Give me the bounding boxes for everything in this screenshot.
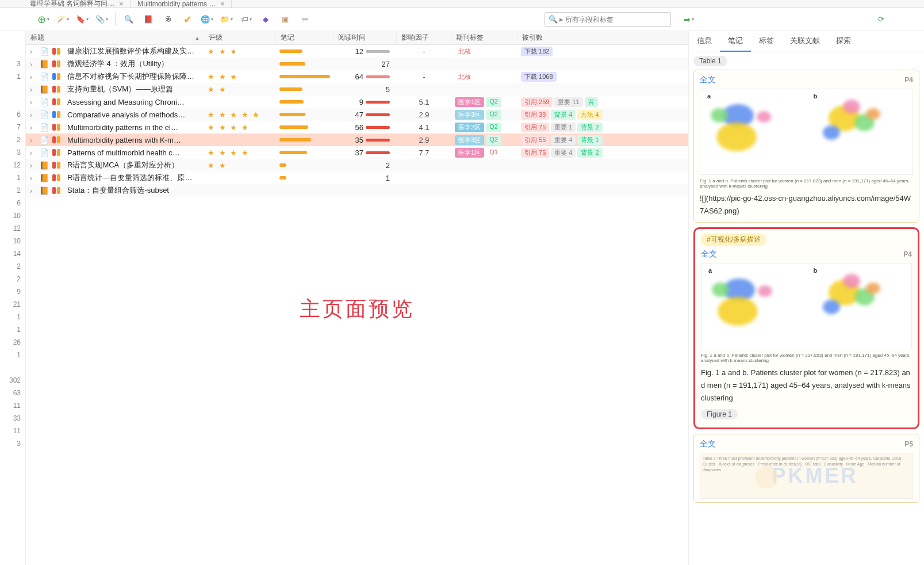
item-journal-tags: 医学3区Q2 <box>451 110 517 120</box>
gutter-count <box>0 96 21 108</box>
col-jtag[interactable]: 期刊标签 <box>451 31 517 44</box>
item-rating[interactable]: ★ ★ ★ ★ <box>204 123 276 132</box>
table-row[interactable]: ›📄Multimorbidity patterns with K-m…352.9… <box>26 133 688 146</box>
branch-icon[interactable]: ⚯ <box>296 12 313 28</box>
expand-icon[interactable]: › <box>26 161 36 170</box>
table-row[interactable]: ›📙R语言统计—自变量筛选的标准、原…1 <box>26 171 688 184</box>
item-read-time: 56 <box>333 123 397 132</box>
gutter-count <box>0 83 21 96</box>
item-rating[interactable]: ★ ★ ★ ★ ★ <box>204 110 276 119</box>
item-title: 支持向量机（SVM）——原理篇 <box>64 84 204 94</box>
right-tab-0[interactable]: 信息 <box>689 31 720 52</box>
item-type-icon: 📙 <box>36 60 49 68</box>
color-indicators <box>49 98 64 105</box>
item-type-icon: 📄 <box>36 148 49 157</box>
gutter-count: 1 <box>0 171 21 184</box>
item-citations: 引用 55重要 4背景 1 <box>517 135 688 145</box>
right-tab-3[interactable]: 关联文献 <box>782 31 828 52</box>
gutter-count: 3 <box>0 58 21 70</box>
expand-icon[interactable]: › <box>26 148 36 157</box>
folder-icon[interactable]: 📁 <box>218 12 235 28</box>
table-row[interactable]: ›📄信息不对称视角下长期护理保险保障…★ ★ ★64-北核下载 1068 <box>26 70 688 83</box>
item-note <box>276 138 333 142</box>
note-card-2[interactable]: #可视化/多病描述 全文P4 a b <box>693 227 919 429</box>
item-type-icon: 📙 <box>36 161 49 170</box>
item-read-time: 27 <box>333 60 397 68</box>
expand-icon[interactable]: › <box>26 98 36 106</box>
attach-button[interactable]: 📎 <box>93 12 110 28</box>
col-title[interactable]: 标题▴ <box>26 31 204 44</box>
item-title: Assessing and Measuring Chroni… <box>64 98 204 106</box>
col-read[interactable]: 阅读时间 <box>333 31 397 44</box>
tab-0[interactable]: 毒理学基础 名词解释与问…× <box>23 0 131 8</box>
table-row[interactable]: ›📄Multimorbidity patterns in the el…★ ★ … <box>26 121 688 133</box>
table-row[interactable]: ›📙R语言实现MCA（多重对应分析）★ ★2 <box>26 159 688 171</box>
table-row[interactable]: ›📄Comparative analysis of methods…★ ★ ★ … <box>26 108 688 121</box>
sync-icon[interactable]: ⟳ <box>872 12 890 28</box>
expand-icon[interactable]: › <box>26 47 36 56</box>
expand-icon[interactable]: › <box>26 60 36 68</box>
item-title: R语言统计—自变量筛选的标准、原… <box>64 173 204 183</box>
right-tab-1[interactable]: 笔记 <box>720 31 751 52</box>
col-if[interactable]: 影响因子 <box>397 31 451 44</box>
table-row[interactable]: ›📄健康浙江发展指数评价体系构建及实…★ ★ ★12-北核下载 182 <box>26 45 688 58</box>
lookup-button[interactable]: 🔖 <box>74 12 91 28</box>
globe-icon[interactable]: 🌐 <box>198 12 216 28</box>
expand-icon[interactable]: › <box>26 136 36 144</box>
col-rating[interactable]: 评级 <box>204 31 276 44</box>
item-type-icon: 📄 <box>36 98 49 106</box>
gutter-count: 2 <box>0 260 21 273</box>
item-rating[interactable]: ★ ★ <box>204 161 276 170</box>
check-icon[interactable]: ✔ <box>179 12 196 28</box>
expand-icon[interactable]: › <box>26 186 36 195</box>
expand-icon[interactable]: › <box>26 174 36 182</box>
expand-icon[interactable]: › <box>26 123 36 132</box>
table-row[interactable]: ›📙支持向量机（SVM）——原理篇★ ★5 <box>26 83 688 96</box>
document-tabs: 毒理学基础 名词解释与问…× Multimorbidity patterns …… <box>0 0 924 8</box>
table-row[interactable]: ›📙微观经济学 4 ：效用（Utility）27 <box>26 58 688 70</box>
item-read-time: 35 <box>333 136 397 144</box>
expand-icon[interactable]: › <box>26 85 36 94</box>
table-row[interactable]: ›📄Assessing and Measuring Chroni…95.1医学1… <box>26 96 688 108</box>
gutter-count: 3 <box>0 146 21 159</box>
search-icon[interactable]: 🔍 <box>120 12 137 28</box>
table-row[interactable]: ›📄Patterns of multimorbid health c…★ ★ ★… <box>26 146 688 159</box>
item-rating[interactable]: ★ ★ ★ <box>204 72 276 81</box>
chip-figure[interactable]: Figure 1 <box>701 409 738 419</box>
table-row[interactable]: ›📙Stata：自变量组合筛选-subset <box>26 184 688 197</box>
note-card-1[interactable]: 全文P4 a b <box>693 70 919 223</box>
wand-button[interactable]: 🪄 <box>54 12 71 28</box>
color-indicators <box>49 48 64 55</box>
close-icon[interactable]: × <box>119 0 123 8</box>
tag-chip[interactable]: #可视化/多病描述 <box>701 234 766 246</box>
expand-icon[interactable]: › <box>26 110 36 119</box>
gem-icon[interactable]: ◆ <box>257 12 274 28</box>
go-button[interactable]: ➡ <box>680 12 697 28</box>
add-button[interactable]: ⊕ <box>34 12 52 28</box>
item-impact-factor: 7.7 <box>397 148 451 157</box>
right-tab-4[interactable]: 探索 <box>828 31 859 52</box>
tab-1[interactable]: Multimorbidity patterns …× <box>131 0 232 8</box>
ai-icon[interactable]: ֎ <box>159 12 177 28</box>
search-input[interactable]: 🔍 ▸ <box>545 12 671 27</box>
close-icon[interactable]: × <box>220 0 224 8</box>
box-icon[interactable]: ▣ <box>277 12 294 28</box>
item-title: Stata：自变量组合筛选-subset <box>64 185 204 196</box>
chip-table[interactable]: Table 1 <box>693 56 727 66</box>
pdf-icon[interactable]: 📕 <box>140 12 157 28</box>
col-cite[interactable]: 被引数 <box>517 31 688 44</box>
item-journal-tags: 医学2区Q2 <box>451 123 517 132</box>
item-rating[interactable]: ★ ★ ★ ★ <box>204 148 276 157</box>
item-rating[interactable]: ★ ★ ★ <box>204 47 276 56</box>
item-rating[interactable]: ★ ★ <box>204 85 276 94</box>
tag-icon[interactable]: 🏷 <box>237 12 255 28</box>
item-type-icon: 📄 <box>36 136 49 144</box>
col-note[interactable]: 笔记 <box>276 31 333 44</box>
fulltext-label: 全文 <box>701 249 717 259</box>
pkmer-watermark: PKMER <box>754 461 858 490</box>
right-tab-2[interactable]: 标签 <box>751 31 782 52</box>
item-title: Comparative analysis of methods… <box>64 110 204 119</box>
note-card-3[interactable]: 全文P5 Table 2 Three most prevalent multim… <box>693 434 919 503</box>
figure-thumbnail: a b <box>701 263 912 349</box>
expand-icon[interactable]: › <box>26 72 36 81</box>
